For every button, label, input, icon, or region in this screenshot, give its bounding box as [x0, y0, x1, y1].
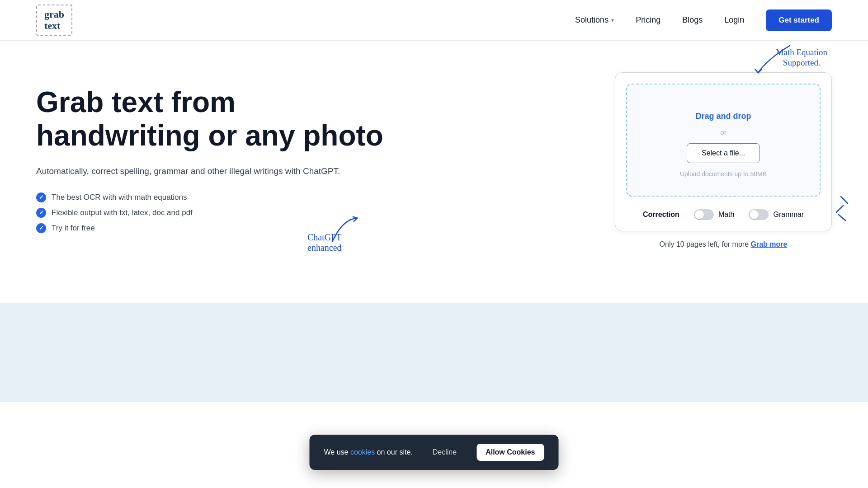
cookie-text: We use cookies on our site.: [324, 448, 413, 456]
feature-list: The best OCR with with math equations Fl…: [36, 192, 389, 233]
upload-area: Math Equation Supported. Drag and drop o…: [615, 72, 832, 249]
toggles-row: Correction Math Grammar: [626, 206, 821, 220]
nav-links: Solutions ▾ Pricing Blogs Login Get star…: [575, 9, 832, 31]
grab-more-link[interactable]: Grab more: [750, 240, 787, 248]
check-icon-2: [36, 208, 46, 218]
nav-solutions[interactable]: Solutions ▾: [575, 15, 614, 25]
hero-title: Grab text from handwriting or any photo: [36, 86, 389, 152]
math-annotation: Math Equation Supported.: [776, 47, 827, 68]
drop-text: Drag and drop: [645, 112, 802, 121]
or-text: or: [645, 128, 802, 136]
logo-line2: text: [44, 20, 60, 31]
upload-card: Drag and drop or Select a file... Upload…: [615, 72, 832, 231]
feature-item-2: Flexible output with txt, latex, doc and…: [36, 208, 389, 218]
math-toggle-label: Math: [718, 211, 735, 219]
hero-section: Grab text from handwriting or any photo …: [0, 41, 868, 303]
select-file-button[interactable]: Select a file...: [687, 143, 760, 163]
logo-line1: grab: [44, 9, 64, 20]
decline-button[interactable]: Decline: [427, 445, 462, 460]
pages-left: Only 10 pages left, for more Grab more: [615, 240, 832, 249]
logo[interactable]: grab text: [36, 5, 72, 35]
check-icon-3: [36, 223, 46, 233]
upload-hint: Upload documents up to 50MB: [645, 170, 802, 178]
drop-zone[interactable]: Drag and drop or Select a file... Upload…: [626, 84, 821, 197]
nav-blogs[interactable]: Blogs: [682, 15, 703, 25]
hero-left: Grab text from handwriting or any photo …: [36, 77, 389, 233]
cookie-banner: We use cookies on our site. Decline Allo…: [310, 435, 559, 470]
nav-login[interactable]: Login: [724, 15, 744, 25]
nav-pricing[interactable]: Pricing: [636, 15, 660, 25]
chevron-down-icon: ▾: [611, 17, 614, 23]
navbar: grab text Solutions ▾ Pricing Blogs Logi…: [0, 0, 868, 41]
correction-label: Correction: [643, 211, 679, 219]
feature-item-1: The best OCR with with math equations: [36, 192, 389, 202]
grammar-toggle[interactable]: [749, 209, 769, 220]
grammar-toggle-label: Grammar: [773, 211, 804, 219]
math-toggle-group: Math: [694, 209, 735, 220]
allow-cookies-button[interactable]: Allow Cookies: [476, 444, 544, 461]
feature-item-3: Try it for free: [36, 223, 389, 233]
cookie-link[interactable]: cookies: [350, 448, 375, 456]
bottom-section: [0, 303, 868, 402]
grammar-toggle-group: Grammar: [749, 209, 804, 220]
hero-subtitle: Automatically, correct spelling, grammar…: [36, 165, 389, 178]
check-icon-1: [36, 192, 46, 202]
get-started-button[interactable]: Get started: [766, 9, 832, 31]
math-toggle[interactable]: [694, 209, 714, 220]
chatgpt-annotation: ChatGPT enhanced: [307, 232, 342, 253]
